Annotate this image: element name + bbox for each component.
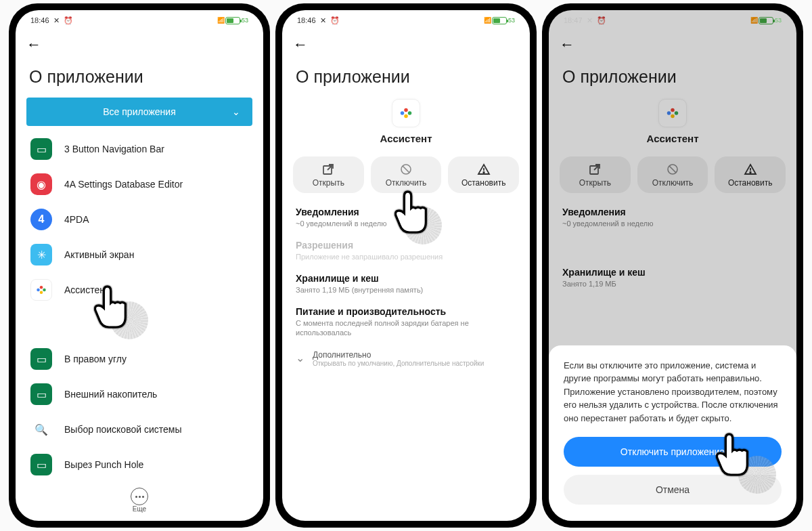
status-bar: 18:46 ✕ ⏰ 📶 53 xyxy=(16,10,263,28)
status-bar: 18:46 ✕ ⏰ 📶 53 xyxy=(282,10,530,28)
filter-all-apps[interactable]: Все приложения ⌄ xyxy=(26,98,252,126)
vibrate-icon: ✕ xyxy=(320,16,326,25)
alarm-icon: ⏰ xyxy=(330,16,340,25)
app-icon: ✳ xyxy=(30,244,52,266)
more-button[interactable]: Еще xyxy=(16,482,263,518)
battery-icon xyxy=(225,17,240,24)
chevron-down-icon: ⌄ xyxy=(296,352,304,364)
chevron-down-icon: ⌄ xyxy=(232,106,240,117)
status-time: 18:46 xyxy=(297,16,316,24)
search-icon: 🔍 xyxy=(30,419,52,440)
phone-3: 18:47 ✕ ⏰ 📶 53 ← О приложении Ассистент … xyxy=(542,3,803,528)
cursor-badge xyxy=(110,301,148,339)
app-row-search-engine[interactable]: 🔍 Выбор поисковой системы xyxy=(16,412,263,447)
app-row-right-corner[interactable]: ▭ В правом углу xyxy=(16,341,263,377)
battery-icon xyxy=(492,17,507,24)
app-icon: ▭ xyxy=(30,383,52,405)
phone-2: 18:46 ✕ ⏰ 📶 53 ← О приложении Ассистент … xyxy=(275,3,537,528)
stop-button[interactable]: Остановить xyxy=(448,156,519,193)
page-title: О приложении xyxy=(282,55,530,96)
signal-icon: 📶 xyxy=(217,17,224,24)
cursor-badge xyxy=(738,456,776,494)
row-storage[interactable]: Хранилище и кеш Занято 1,19 МБ (внутренн… xyxy=(282,268,530,301)
assistant-icon xyxy=(392,99,420,127)
app-row-4a[interactable]: ◉ 4A Settings Database Editor xyxy=(16,167,263,202)
back-button[interactable]: ← xyxy=(293,36,308,54)
assistant-icon xyxy=(30,279,52,301)
status-time: 18:46 xyxy=(30,16,49,24)
app-icon: ▭ xyxy=(30,138,52,160)
app-summary: Ассистент xyxy=(282,96,530,148)
app-icon: ▭ xyxy=(30,348,52,370)
back-button[interactable]: ← xyxy=(26,36,41,54)
sheet-message: Если вы отключите это приложение, систем… xyxy=(564,359,782,425)
disable-confirm-sheet: Если вы отключите это приложение, систем… xyxy=(549,345,796,522)
app-icon: ◉ xyxy=(30,173,52,195)
vibrate-icon: ✕ xyxy=(53,16,60,25)
cursor-badge xyxy=(404,207,442,245)
page-title: О приложении xyxy=(16,55,263,96)
app-row-assistant[interactable]: Ассистент xyxy=(16,272,263,307)
app-row-punch-hole[interactable]: ▭ Вырез Punch Hole xyxy=(16,447,263,482)
row-permissions: Разрешения Приложение не запрашивало раз… xyxy=(282,234,530,268)
row-power[interactable]: Питание и производительность С момента п… xyxy=(282,301,530,344)
signal-icon: 📶 xyxy=(484,17,491,24)
open-button[interactable]: Открыть xyxy=(293,156,364,193)
phone-1: 18:46 ✕ ⏰ 📶 53 ← О приложении Все прилож… xyxy=(9,3,270,528)
disable-button[interactable]: Отключить xyxy=(371,156,442,193)
app-icon: 4 xyxy=(30,209,52,230)
row-extra[interactable]: ⌄ Дополнительно Открывать по умолчанию, … xyxy=(282,343,530,374)
app-row-4pda[interactable]: 4 4PDA xyxy=(16,202,263,237)
app-row-active-screen[interactable]: ✳ Активный экран xyxy=(16,237,263,272)
app-row-3button[interactable]: ▭ 3 Button Navigation Bar xyxy=(16,131,263,167)
alarm-icon: ⏰ xyxy=(64,16,73,25)
app-icon: ▭ xyxy=(30,454,52,475)
app-row-external-storage[interactable]: ▭ Внешний накопитель xyxy=(16,377,263,412)
